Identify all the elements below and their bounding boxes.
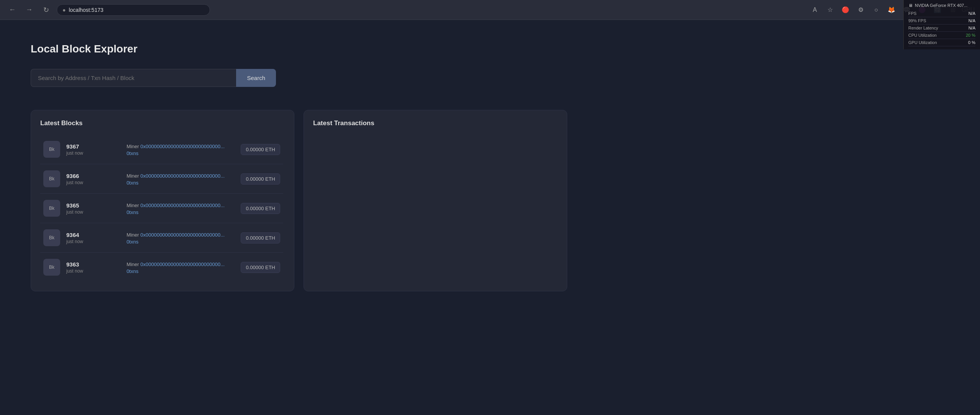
block-item[interactable]: Bk 9366 just now Miner 0x000000000000000… [40,164,283,194]
translate-icon[interactable]: A [809,4,821,16]
gpu-stat-label: FPS [908,11,916,16]
ext-icon-4[interactable]: 🦊 [886,4,897,16]
block-miner-section: Miner 0x000000000000000000000000000... 0… [126,172,235,186]
block-list[interactable]: Bk 9367 just now Miner 0x000000000000000… [40,135,285,282]
latest-transactions-title: Latest Transactions [313,119,558,127]
block-amount-badge: 0.00000 ETH [241,144,280,155]
address-bar[interactable]: ● localhost:5173 [57,4,210,16]
panels-container: Latest Blocks Bk 9367 just now Miner 0x0… [31,110,567,291]
block-time: just now [66,268,120,274]
gpu-stat-value: 20 % [966,33,975,38]
block-icon: Bk [43,141,60,158]
block-info: 9367 just now [66,143,120,156]
block-time: just now [66,180,120,185]
block-miner-section: Miner 0x000000000000000000000000000... 0… [126,143,235,156]
block-time: just now [66,150,120,156]
lock-icon: ● [62,7,66,13]
search-input[interactable] [31,69,236,87]
block-time: just now [66,209,120,215]
forward-button[interactable]: → [23,4,35,16]
block-info: 9364 just now [66,232,120,244]
search-bar: Search [31,69,276,87]
page-title: Local Block Explorer [31,43,949,55]
refresh-button[interactable]: ↻ [40,4,52,16]
page-content: Local Block Explorer Search Latest Block… [0,20,980,415]
ext-icon-3[interactable]: ○ [870,4,882,16]
block-amount-badge: 0.00000 ETH [241,173,280,185]
block-txns: 0txns [126,150,235,156]
block-miner-addr[interactable]: 0x000000000000000000000000000... [140,232,225,238]
latest-transactions-panel: Latest Transactions [304,110,567,291]
block-miner-label: Miner [126,144,140,149]
block-txns: 0txns [126,268,235,274]
block-miner-section: Miner 0x000000000000000000000000000... 0… [126,231,235,245]
block-amount-badge: 0.00000 ETH [241,232,280,243]
block-txns: 0txns [126,209,235,215]
block-miner-line: Miner 0x000000000000000000000000000... [126,231,235,238]
block-miner-label: Miner [126,203,140,208]
block-icon: Bk [43,259,60,276]
gpu-stat-row: 99% FPS N/A [908,17,975,25]
block-item[interactable]: Bk 9364 just now Miner 0x000000000000000… [40,223,283,253]
gpu-stat-value: N/A [969,18,975,23]
block-number: 9365 [66,202,120,209]
block-item[interactable]: Bk 9365 just now Miner 0x000000000000000… [40,194,283,223]
block-info: 9363 just now [66,261,120,274]
block-miner-addr[interactable]: 0x000000000000000000000000000... [140,173,225,179]
gpu-stat-row: GPU Utilization 0 % [908,39,975,46]
block-miner-label: Miner [126,261,140,267]
block-miner-section: Miner 0x000000000000000000000000000... 0… [126,261,235,274]
ext-icon-1[interactable]: 🔴 [840,4,851,16]
gpu-stat-value: N/A [969,26,975,30]
gpu-overlay-title: 🖥 NVIDIA GeForce RTX 407... [908,3,975,8]
gpu-stat-value: 0 % [968,40,975,45]
gpu-stat-label: 99% FPS [908,18,926,23]
block-number: 9367 [66,143,120,150]
latest-blocks-title: Latest Blocks [40,119,285,127]
block-txns: 0txns [126,180,235,186]
gpu-stat-label: CPU Utilization [908,33,937,38]
block-icon: Bk [43,170,60,187]
block-miner-section: Miner 0x000000000000000000000000000... 0… [126,202,235,215]
block-miner-line: Miner 0x000000000000000000000000000... [126,143,235,150]
gpu-stat-value: N/A [969,11,975,16]
address-text: localhost:5173 [69,7,103,13]
gpu-stat-label: GPU Utilization [908,40,937,45]
block-item[interactable]: Bk 9363 just now Miner 0x000000000000000… [40,253,283,282]
back-button[interactable]: ← [6,4,18,16]
gpu-stat-row: FPS N/A [908,10,975,17]
block-time: just now [66,239,120,244]
block-miner-line: Miner 0x000000000000000000000000000... [126,202,235,209]
block-number: 9363 [66,261,120,268]
block-amount-badge: 0.00000 ETH [241,203,280,214]
block-amount-badge: 0.00000 ETH [241,262,280,273]
browser-chrome: ← → ↻ ● localhost:5173 A ☆ 🔴 ⚙ ○ 🦊 💬 🟣 🔄… [0,0,980,20]
block-info: 9365 just now [66,202,120,215]
block-info: 9366 just now [66,173,120,185]
gpu-stat-label: Render Latency [908,26,938,30]
block-number: 9366 [66,173,120,179]
block-miner-addr[interactable]: 0x000000000000000000000000000... [140,144,225,149]
block-miner-line: Miner 0x000000000000000000000000000... [126,172,235,179]
gpu-stat-row: CPU Utilization 20 % [908,32,975,39]
block-txns: 0txns [126,239,235,245]
block-miner-line: Miner 0x000000000000000000000000000... [126,261,235,268]
gpu-stat-row: Render Latency N/A [908,25,975,32]
block-miner-label: Miner [126,173,140,179]
block-miner-addr[interactable]: 0x000000000000000000000000000... [140,261,225,267]
gpu-overlay: 🖥 NVIDIA GeForce RTX 407... FPS N/A 99% … [903,0,980,49]
latest-blocks-panel: Latest Blocks Bk 9367 just now Miner 0x0… [31,110,294,291]
block-icon: Bk [43,200,60,217]
ext-icon-2[interactable]: ⚙ [855,4,867,16]
search-button[interactable]: Search [236,69,276,87]
block-item[interactable]: Bk 9367 just now Miner 0x000000000000000… [40,135,283,164]
block-icon: Bk [43,229,60,246]
block-miner-addr[interactable]: 0x000000000000000000000000000... [140,203,225,208]
block-number: 9364 [66,232,120,238]
block-miner-label: Miner [126,232,140,238]
bookmark-icon[interactable]: ☆ [824,4,836,16]
gpu-icon: 🖥 [908,3,913,8]
